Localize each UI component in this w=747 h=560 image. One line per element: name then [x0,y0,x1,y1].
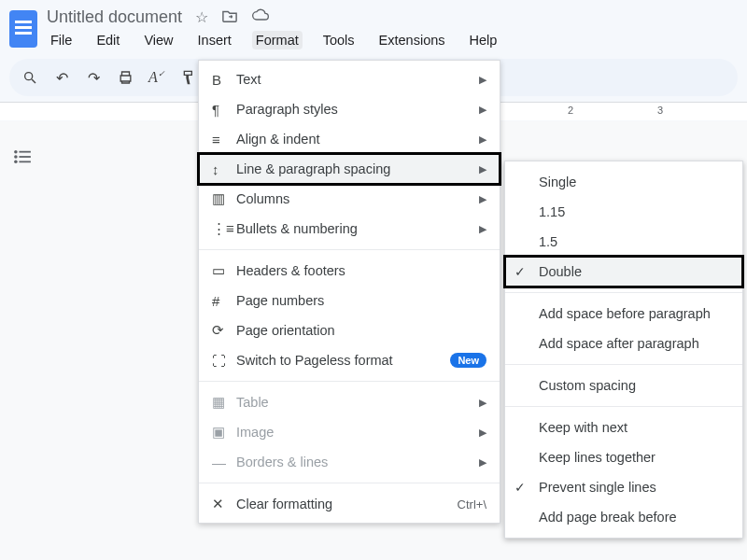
menu-item-label: Switch to Pageless format [236,353,393,368]
menu-item-label: Align & indent [236,132,319,147]
menu-tools[interactable]: Tools [319,31,359,49]
format-menu-item[interactable]: ✕Clear formattingCtrl+\ [199,489,500,519]
undo-icon[interactable]: ↶ [52,69,71,87]
spellcheck-icon[interactable]: A✓ [148,69,166,86]
check-icon: ✓ [514,480,526,495]
menu-item-label: Table [236,395,269,410]
menu-item-icon: ≡ [212,132,236,147]
menu-insert[interactable]: Insert [194,31,235,49]
spacing-option[interactable]: Single [505,167,742,197]
spacing-option[interactable]: Add space before paragraph [505,299,742,329]
spacing-option[interactable]: 1.5 [505,227,742,257]
menu-item-label: Borders & lines [236,455,328,469]
format-menu-item[interactable]: BText▶ [199,64,500,94]
spacing-option-label: 1.15 [539,204,565,219]
ruler-mark: 3 [657,105,663,116]
spacing-option-label: Add space after paragraph [539,336,699,351]
spacing-option[interactable]: 1.15 [505,197,742,227]
menu-item-icon: ▦ [212,394,236,411]
menu-extensions[interactable]: Extensions [375,31,449,49]
menu-item-label: Page orientation [236,323,335,338]
format-menu: BText▶¶Paragraph styles▶≡Align & indent▶… [198,60,500,524]
svg-point-4 [14,155,18,159]
format-menu-item[interactable]: ↕Line & paragraph spacing▶ [199,154,500,184]
star-icon[interactable]: ☆ [195,8,208,26]
spacing-option[interactable]: ✓Double [505,257,742,287]
menu-item-icon: ⛶ [212,353,236,369]
svg-rect-5 [19,156,30,158]
format-menu-item: —Borders & lines▶ [199,447,500,477]
ruler-mark: 2 [568,105,573,116]
spacing-option[interactable]: ✓Prevent single lines [505,472,742,502]
menu-item-label: Clear formatting [236,497,332,511]
outline-icon[interactable] [13,149,34,170]
spacing-option-label: Keep with next [539,420,627,435]
menu-item-icon: ⋮≡ [212,220,236,237]
svg-point-2 [14,150,18,154]
docs-logo-icon[interactable] [9,10,37,48]
format-menu-item: ▦Table▶ [199,387,500,417]
format-menu-item[interactable]: ▭Headers & footers [199,256,500,286]
format-menu-item[interactable]: #Page numbers [199,286,500,315]
menu-item-icon: ▥ [212,190,236,207]
spacing-option-label: Add page break before [539,510,677,525]
svg-point-0 [25,73,33,80]
spacing-option-label: Prevent single lines [539,480,656,495]
menu-help[interactable]: Help [466,31,501,49]
format-menu-item[interactable]: ▥Columns▶ [199,184,500,214]
menu-item-icon: ↕ [212,161,236,177]
spacing-option[interactable]: Custom spacing [505,371,742,400]
format-menu-item[interactable]: ⛶Switch to Pageless formatNew [199,345,500,375]
format-menu-item[interactable]: ⋮≡Bullets & numbering▶ [199,214,500,244]
menu-item-label: Line & paragraph spacing [236,161,390,176]
menu-format[interactable]: Format [252,31,303,49]
format-menu-item[interactable]: ¶Paragraph styles▶ [199,94,500,124]
svg-line-1 [32,79,35,83]
print-icon[interactable] [116,70,134,85]
format-menu-item[interactable]: ≡Align & indent▶ [199,124,500,154]
format-menu-item[interactable]: ⟳Page orientation [199,315,500,345]
menu-view[interactable]: View [140,31,176,49]
redo-icon[interactable]: ↷ [84,69,103,87]
svg-rect-7 [19,161,30,162]
search-icon[interactable] [21,70,39,85]
menu-file[interactable]: File [47,31,76,49]
spacing-option[interactable]: Keep with next [505,413,742,442]
paint-format-icon[interactable] [179,69,198,86]
submenu-arrow-icon: ▶ [479,163,486,175]
submenu-arrow-icon: ▶ [479,427,486,439]
menu-item-icon: B [212,72,236,88]
spacing-option-label: Add space before paragraph [539,306,711,321]
spacing-option-label: Keep lines together [539,450,655,465]
menubar: File Edit View Insert Format Tools Exten… [47,27,500,49]
svg-point-6 [14,161,18,164]
menu-shortcut: Ctrl+\ [458,497,486,511]
menu-item-label: Bullets & numbering [236,221,358,236]
spacing-option-label: Double [539,264,582,279]
submenu-arrow-icon: ▶ [479,223,486,235]
cloud-status-icon[interactable] [251,8,270,26]
submenu-arrow-icon: ▶ [479,193,486,205]
move-folder-icon[interactable] [221,8,238,26]
spacing-option-label: Single [539,175,576,189]
title-bar: Untitled document ☆ File Edit View Inser… [0,0,747,51]
svg-rect-3 [19,151,30,153]
menu-item-label: Paragraph styles [236,102,338,117]
menu-item-icon: # [212,293,236,309]
spacing-option[interactable]: Add page break before [505,502,742,532]
spacing-option-label: 1.5 [539,234,557,249]
menu-item-icon: ⟳ [212,322,236,339]
menu-item-label: Page numbers [236,293,324,308]
menu-item-label: Image [236,425,274,440]
submenu-arrow-icon: ▶ [479,74,486,86]
check-icon: ✓ [514,264,526,279]
document-title[interactable]: Untitled document [47,7,182,27]
menu-item-icon: ▣ [212,424,236,441]
spacing-option-label: Custom spacing [539,378,636,393]
menu-item-icon: ▭ [212,262,236,279]
submenu-arrow-icon: ▶ [479,456,486,469]
submenu-arrow-icon: ▶ [479,133,486,146]
spacing-option[interactable]: Keep lines together [505,442,742,472]
spacing-option[interactable]: Add space after paragraph [505,329,742,358]
menu-edit[interactable]: Edit [92,31,123,49]
